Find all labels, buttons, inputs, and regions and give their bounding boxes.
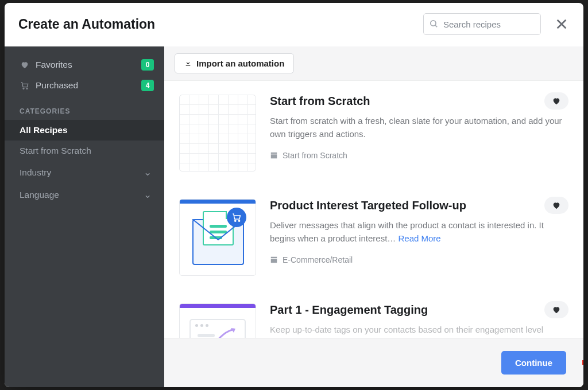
modal-body: Favorites 0 Purchased 4 CATEGORIES All R… [5,46,583,387]
recipe-item[interactable]: Product Interest Targeted Follow-up Deli… [179,199,568,299]
recipe-cat: E-Commerce/Retail [270,255,568,264]
chevron-down-icon: ⌄ [144,166,152,178]
recipe-body: Product Interest Targeted Follow-up Deli… [270,199,568,276]
download-icon [184,58,192,68]
recipe-cat-label: E-Commerce/Retail [283,255,353,264]
sidebar-cat-label: All Recipes [20,125,68,135]
svg-point-0 [431,21,436,26]
chevron-down-icon: ⌄ [144,189,152,201]
recipe-body: Part 1 - Engagement Tagging Keep up-to-d… [270,303,568,338]
recipe-thumb-product-interest [179,199,256,276]
recipe-item[interactable]: Part 1 - Engagement Tagging Keep up-to-d… [179,303,568,338]
sidebar-cat-label: Industry [20,167,51,178]
purchased-badge: 4 [141,80,154,91]
sidebar-item-label: Favorites [36,60,72,70]
sidebar-cat-label: Language [20,190,59,200]
svg-point-4 [23,88,24,89]
cart-icon [227,208,246,227]
search-input[interactable] [423,13,541,35]
heart-icon [20,60,30,70]
recipe-body: Start from Scratch Start from scratch wi… [270,95,568,171]
favorites-badge: 0 [141,59,154,71]
recipe-desc: Keep up-to-date tags on your contacts ba… [270,323,568,337]
recipe-title: Part 1 - Engagement Tagging [270,303,568,317]
modal-header: Create an Automation [5,3,583,46]
svg-point-5 [26,88,28,89]
favorite-button[interactable] [544,92,568,110]
recipe-title: Product Interest Targeted Follow-up [270,199,568,212]
heart-icon [552,201,561,210]
search-icon [429,19,439,29]
sidebar-item-favorites[interactable]: Favorites 0 [5,54,164,75]
import-button-label: Import an automation [196,58,284,68]
sidebar-cat-industry[interactable]: Industry ⌄ [5,161,164,184]
sidebar-item-purchased[interactable]: Purchased 4 [5,75,164,96]
svg-line-1 [435,25,437,27]
recipe-thumb-blank [179,95,256,171]
sidebar-cat-label: Start from Scratch [20,146,91,156]
svg-rect-11 [271,259,277,263]
svg-point-9 [238,220,239,221]
recipe-desc: Start from scratch with a fresh, clean s… [270,115,568,141]
close-button[interactable] [554,16,570,32]
recipe-desc: Deliver messages that align with the pro… [270,219,568,245]
search-wrap [423,13,541,35]
recipe-thumb-engagement [179,303,256,338]
category-icon [270,256,278,264]
favorite-button[interactable] [544,301,568,318]
sidebar: Favorites 0 Purchased 4 CATEGORIES All R… [5,46,164,387]
recipe-cat-label: Start from Scratch [283,151,347,160]
create-automation-modal: Create an Automation Favorites 0 Purchas… [5,3,583,387]
annotation-arrow [580,351,583,374]
favorite-button[interactable] [544,197,568,214]
modal-title: Create an Automation [18,17,414,32]
sidebar-item-label: Purchased [36,80,78,91]
recipe-item[interactable]: Start from Scratch Start from scratch wi… [179,95,568,194]
svg-rect-6 [271,153,277,154]
sidebar-cat-language[interactable]: Language ⌄ [5,184,164,206]
sidebar-cat-start-from-scratch[interactable]: Start from Scratch [5,141,164,161]
recipe-cat: Start from Scratch [270,151,568,160]
recipe-list[interactable]: Start from Scratch Start from scratch wi… [164,81,583,338]
continue-button[interactable]: Continue [501,351,566,375]
svg-rect-7 [271,154,277,158]
heart-icon [552,96,561,106]
svg-rect-10 [271,257,277,258]
cart-icon [20,80,30,91]
modal-footer: Continue [164,338,583,387]
svg-point-8 [235,220,236,221]
toolbar: Import an automation [164,46,583,81]
import-automation-button[interactable]: Import an automation [175,53,294,73]
read-more-link[interactable]: Read More [398,233,440,243]
sidebar-cat-all-recipes[interactable]: All Recipes [5,120,164,141]
categories-heading: CATEGORIES [5,96,164,120]
category-icon [270,151,278,159]
heart-icon [552,305,561,314]
main-panel: Import an automation Start from Scratch … [164,46,583,387]
recipe-title: Start from Scratch [270,95,568,108]
